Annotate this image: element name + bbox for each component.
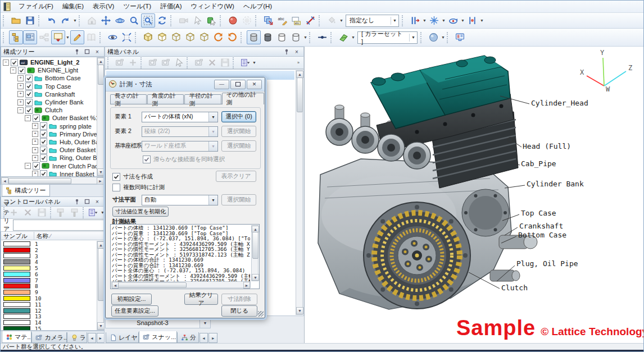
material-swatch[interactable]	[3, 272, 30, 277]
init-dim-pos-button[interactable]: 寸法値位置を初期化	[112, 207, 169, 217]
bottom-panel-tab-1[interactable]: レイヤ	[106, 332, 139, 343]
view-left-icon[interactable]	[183, 30, 197, 44]
tree-visibility-checkbox[interactable]	[40, 138, 47, 145]
highlight-sphere-icon[interactable]	[226, 13, 240, 28]
control-panel-close-button[interactable]: ×	[93, 198, 102, 206]
tree-item[interactable]: +Cylinder Bank	[3, 98, 104, 106]
material-swatch[interactable]	[3, 326, 30, 331]
tree-item[interactable]: +spring plate	[3, 122, 104, 130]
process-pane-icon[interactable]	[51, 30, 65, 44]
tree-item[interactable]: +Ring, Outer Bas	[3, 154, 104, 162]
dialog-title-bar[interactable]: 計測・寸法 — ✕	[106, 77, 265, 92]
material-swatch[interactable]	[3, 241, 30, 246]
tree-visibility-checkbox[interactable]	[11, 59, 18, 66]
bottom-panel-tab-3[interactable]: 分	[177, 332, 199, 343]
chevron-down-icon[interactable]: ▼	[409, 34, 415, 42]
material-row[interactable]: 7	[1, 277, 104, 284]
tree-item[interactable]: +Primary Driven	[3, 130, 104, 138]
material-row[interactable]: 14	[1, 319, 104, 326]
resize-grip[interactable]	[258, 311, 264, 317]
zoom-view-icon[interactable]	[127, 13, 141, 28]
arbitrary-element-button[interactable]: 任意要素設定...	[111, 305, 158, 317]
cross-section-icon[interactable]	[465, 13, 479, 28]
rotate-left-icon[interactable]	[211, 30, 225, 44]
control-panel-tab-2[interactable]: カメラ...	[31, 332, 67, 343]
material-swatch[interactable]	[3, 320, 30, 325]
dialog-maximize-button[interactable]	[230, 80, 246, 89]
tree-visibility-checkbox[interactable]	[25, 75, 33, 82]
annotation-text-icon[interactable]: abc	[275, 13, 289, 28]
view-iso-icon[interactable]	[141, 30, 155, 44]
tree-item[interactable]: −ENGINE_Light	[3, 66, 104, 74]
tree-expand-toggle[interactable]: +	[32, 147, 38, 153]
tree-visibility-checkbox[interactable]	[18, 67, 25, 74]
zoom-window-icon[interactable]	[141, 13, 155, 28]
explode-icon[interactable]	[427, 13, 441, 28]
menu-item-6[interactable]: ウィンドウ(W)	[187, 1, 239, 12]
shading-wireframe-dropdown-icon[interactable]: ▼	[303, 31, 308, 44]
results-vertical-scrollbar[interactable]: ▲ ▼	[251, 225, 258, 281]
tree-visibility-checkbox[interactable]	[33, 162, 40, 170]
process-pane-dropdown-icon[interactable]: ▼	[65, 31, 70, 44]
control-panel-tab-3[interactable]: ラ	[67, 332, 87, 343]
paint-material-dropdown-icon[interactable]: ▼	[339, 14, 344, 27]
color-set-combo[interactable]: [ カラーセット ]▼	[357, 31, 418, 44]
turntable-icon[interactable]	[446, 13, 460, 28]
material-vertical-scrollbar[interactable]: ▲ ▼	[97, 241, 104, 330]
tree-expand-toggle[interactable]: +	[32, 171, 38, 177]
tabs-scroll-left-icon[interactable]: ◄	[199, 333, 208, 343]
multi-measure-row[interactable]: 複数同時に計測	[112, 184, 165, 191]
material-row[interactable]: 15	[1, 326, 104, 331]
results-horizontal-scrollbar[interactable]: ◄ ►	[111, 281, 251, 288]
material-list-icon[interactable]	[86, 205, 100, 220]
material-row[interactable]: 1	[1, 241, 104, 247]
dialog-close-action-button[interactable]: 閉じる	[221, 305, 257, 317]
tree-expand-toggle[interactable]: −	[25, 163, 31, 169]
material-row[interactable]: 3	[1, 253, 104, 259]
menu-item-5[interactable]: 評価(A)	[156, 1, 186, 12]
tree-visibility-checkbox[interactable]	[40, 154, 47, 162]
tree-expand-toggle[interactable]: +	[32, 155, 38, 161]
snapshot-list-dropdown-icon[interactable]: ▼	[252, 56, 257, 69]
open-file-icon[interactable]	[9, 13, 23, 28]
column-name[interactable]: 名称 ∕	[34, 232, 104, 240]
create-dim-row[interactable]: 寸法を作成	[112, 173, 153, 181]
tree-item-label[interactable]: Inner Basket	[60, 171, 94, 177]
tree-item[interactable]: +Top Case	[3, 83, 104, 90]
annotation-style-combo[interactable]: 指定なし▼	[346, 15, 399, 27]
tabs-scroll-right-icon[interactable]: ►	[97, 333, 105, 343]
tree-expand-toggle[interactable]: +	[17, 99, 24, 106]
smooth-checkbox[interactable]	[143, 156, 151, 163]
tree-item[interactable]: +Bottom Case	[3, 74, 104, 82]
move-copy-icon[interactable]	[261, 13, 275, 28]
tree-item[interactable]: +Crankshaft	[3, 90, 104, 98]
tree-visibility-checkbox[interactable]	[25, 99, 33, 106]
dialog-minimize-button[interactable]: —	[214, 80, 229, 89]
tree-item-label[interactable]: Crankshaft	[45, 91, 75, 98]
align-parts-dropdown-icon[interactable]: ▼	[422, 14, 427, 27]
tree-item-label[interactable]: Cylinder Bank	[45, 99, 83, 106]
engine-model[interactable]: Cylinder_HeadHead (Full)Cab_PipeCylinder…	[305, 47, 644, 343]
display-settings-icon[interactable]	[453, 30, 467, 44]
menu-item-4[interactable]: ツール(T)	[119, 1, 156, 12]
material-row[interactable]: 9	[1, 289, 104, 295]
save-file-icon[interactable]	[23, 13, 37, 28]
tree-visibility-checkbox[interactable]	[33, 115, 40, 122]
material-row[interactable]: 5	[1, 265, 104, 271]
tabs-scroll-right-icon[interactable]: ►	[208, 333, 217, 343]
tree-expand-toggle[interactable]: −	[3, 60, 9, 66]
undo-icon[interactable]	[44, 13, 58, 28]
tree-expand-toggle[interactable]: +	[32, 123, 38, 129]
material-swatch[interactable]	[3, 308, 30, 313]
section-plane-icon[interactable]	[337, 30, 351, 44]
pan-view-icon[interactable]	[99, 13, 113, 28]
orbit-view-icon[interactable]	[113, 13, 127, 28]
material-row[interactable]: 6	[1, 271, 104, 277]
shading-white-icon[interactable]	[275, 30, 289, 44]
snapshot-list-icon[interactable]	[239, 56, 252, 69]
tabs-scroll-left-icon[interactable]: ◄	[88, 333, 96, 343]
material-swatch[interactable]	[3, 253, 30, 258]
shading-wireframe-icon[interactable]	[289, 30, 303, 44]
material-swatch[interactable]	[3, 278, 30, 283]
turntable-dropdown-icon[interactable]: ▼	[460, 14, 465, 27]
